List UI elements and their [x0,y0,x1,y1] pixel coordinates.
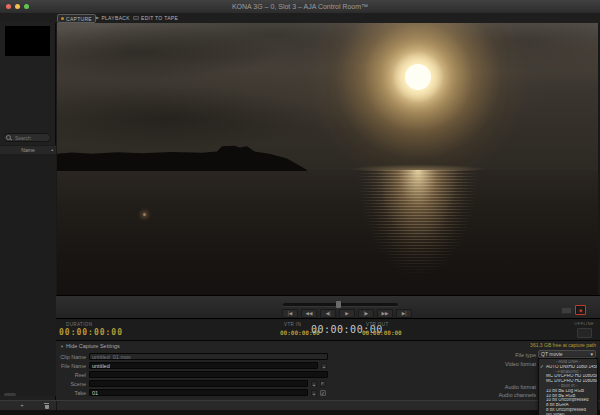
search-icon [6,135,11,140]
increment-icon[interactable]: + [321,363,327,369]
video-format-menu: - Avid DNA - ✓AUTO DNxHD 1080i 145Mbit -… [538,358,598,415]
free-space-readout: 361.3 GB free at capture path [530,342,596,348]
record-button[interactable]: ● [575,305,586,315]
trash-icon[interactable] [44,403,49,409]
vtr-out-label: VTR OUT [366,322,389,327]
step-forward-button[interactable]: |▶ [358,309,374,318]
rewind-button[interactable]: ◀◀ [301,309,317,318]
tab-capture-label: CAPTURE [66,16,92,22]
scene-field[interactable] [89,380,308,387]
duration-timecode: 00:00:00:00 [59,328,123,337]
vtr-in-label: VTR IN [284,322,301,327]
clip-thumbnail[interactable] [5,26,50,56]
sun-reflection [353,170,483,295]
audio-format-label: Audio format [505,384,536,390]
scrollbar-thumb[interactable] [4,393,16,396]
take-increment-icon[interactable]: + [311,390,317,396]
duration-label: DURATION [66,322,92,327]
aja-control-room-window: KONA 3G – 0, Slot 3 – AJA Control Room™ … [0,0,600,415]
transport-buttons: |◀ ◀◀ ◀| ▶ |▶ ▶▶ ▶| [282,309,412,318]
reel-label: Reel [56,372,86,378]
scene-increment-icon[interactable]: + [311,381,317,387]
sun [405,64,431,90]
tab-capture[interactable]: CAPTURE [57,14,96,23]
file-type-value: QT movie [541,351,563,357]
clip-name-field [89,353,328,360]
window-edge [0,410,600,415]
file-name-label: File Name [56,363,86,369]
timecode-strip: DURATION 00:00:00:00 VTR IN 00:00:00:00 … [56,318,600,341]
record-icon: ● [579,308,582,313]
scrub-handle[interactable] [336,301,341,308]
capture-options-button[interactable] [561,307,572,314]
file-name-field[interactable] [89,362,318,369]
hide-capture-settings-toggle[interactable]: ▼ Hide Capture Settings [60,343,120,349]
disclosure-icon: ▼ [60,344,64,349]
go-to-end-button[interactable]: ▶| [396,309,412,318]
clip-name-label: Clip Name [56,354,86,360]
lens-flare [143,213,146,216]
slate-icon[interactable] [320,381,326,387]
clip-list[interactable] [0,154,56,396]
go-to-start-button[interactable]: |◀ [282,309,298,318]
toggle-label: Hide Capture Settings [66,343,120,349]
tab-edit-to-tape-label: EDIT TO TAPE [141,15,178,21]
take-checkbox[interactable]: ✓ [320,390,326,396]
search-input[interactable] [13,134,48,142]
fast-forward-button[interactable]: ▶▶ [377,309,393,318]
scrub-slider[interactable] [283,303,398,306]
sort-arrow-icon: ▲ [51,146,54,154]
bin-sidebar: Name ▲ [0,23,56,400]
record-dot-icon [61,17,64,20]
tab-playback[interactable]: ▶ PLAYBACK [93,14,133,21]
play-icon: ▶ [96,15,99,20]
reel-field[interactable] [89,371,328,378]
name-header-label: Name [21,147,34,153]
vtr-out-timecode[interactable]: 00:00:00:00 [362,329,402,336]
capture-settings-panel: ▼ Hide Capture Settings Clip Name File N… [56,340,600,401]
step-back-button[interactable]: ◀| [320,309,336,318]
sea [57,170,598,295]
tab-playback-label: PLAYBACK [101,15,129,21]
window-title: KONA 3G – 0, Slot 3 – AJA Control Room™ [0,0,600,13]
offline-label: OFFLINE [574,321,594,326]
scene-label: Scene [56,381,86,387]
dropdown-arrow-icon: ▾ [590,351,593,357]
video-format-label: Video format [505,361,536,367]
file-type-dropdown[interactable]: QT movie ▾ [538,350,596,358]
tab-edit-to-tape[interactable]: EDIT TO TAPE [130,14,181,21]
vtr-status-button[interactable] [577,328,592,338]
video-preview [57,23,598,295]
tape-icon [133,16,139,20]
play-button[interactable]: ▶ [339,309,355,318]
main-panel: |◀ ◀◀ ◀| ▶ |▶ ▶▶ ▶| ● DURATION 00:00:00:… [56,23,600,400]
file-type-label: File type [515,352,536,358]
titlebar: KONA 3G – 0, Slot 3 – AJA Control Room™ [0,0,600,14]
search-field[interactable] [3,133,51,142]
add-clip-button[interactable]: + [18,402,26,409]
transport-bar: |◀ ◀◀ ◀| ▶ |▶ ▶▶ ▶| ● [56,295,600,319]
audio-channels-label: Audio channels [498,392,536,398]
take-field[interactable] [89,389,308,396]
take-label: Take [56,390,86,396]
